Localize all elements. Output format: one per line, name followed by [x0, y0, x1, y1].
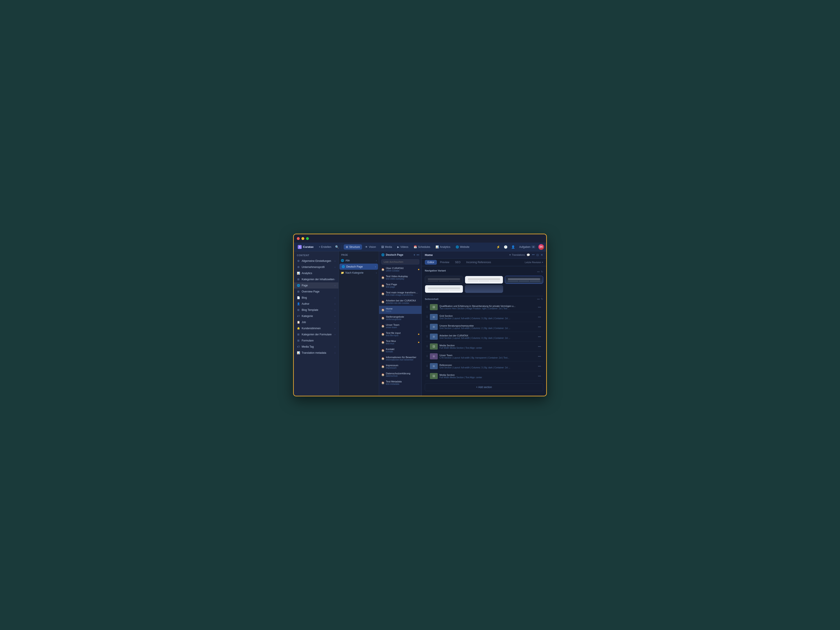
tab-analytics[interactable]: 📊 Analytics: [433, 244, 453, 249]
tab-schedules[interactable]: 📅 Schedules: [412, 244, 433, 249]
table-row[interactable]: ⠿ 🖼 Media Section Full Width Media Secti…: [425, 342, 543, 352]
sidebar-item-formulare[interactable]: ⊞ Formulare: [294, 338, 338, 344]
sidebar-item-page[interactable]: 🌐 Page ›: [294, 283, 338, 289]
table-row[interactable]: ⠿ 🖼 Qualifikation und Erfahrung in Steue…: [425, 302, 543, 312]
variant-transparent-light[interactable]: Transparent on Light: [425, 285, 463, 293]
sidebar-item-unternehmensprofil[interactable]: ⚙ Unternehmensprofil ›: [294, 264, 338, 270]
panel-item-nach-kategorie[interactable]: 📁 Nach Kategorie ›: [339, 270, 379, 276]
list-item[interactable]: 🏠 Unser Team unser-team: [379, 322, 422, 330]
list-item[interactable]: 🏠 Über CURATAX ueber-curatax: [379, 265, 422, 273]
lightning-button[interactable]: ⚡: [495, 244, 501, 250]
variant-transparent-dark[interactable]: Transparent on Dark: [505, 276, 543, 284]
tab-website[interactable]: 🌐 Website: [453, 244, 472, 249]
help-button[interactable]: 👤: [510, 244, 516, 250]
table-row[interactable]: ⠿ 🖼 Media Section Full Width Media Secti…: [425, 371, 543, 381]
more-item-button[interactable]: •••: [537, 344, 542, 349]
list-item[interactable]: 🏠 Impressum impressum: [379, 363, 422, 371]
refresh-content-button[interactable]: ↻: [541, 297, 543, 300]
drag-handle[interactable]: ⠿: [426, 325, 428, 328]
table-row[interactable]: ⠿ ⊞ Unser Team CTA Section | Layout: ful…: [425, 352, 543, 362]
comment-icon[interactable]: 💬: [527, 253, 530, 257]
create-button[interactable]: + Erstellen: [317, 245, 333, 249]
list-item[interactable]: 🏠 Test Mux test-mux: [379, 338, 422, 346]
more-item-button[interactable]: •••: [537, 305, 542, 309]
aufgaben-button[interactable]: Aufgaben ⊞: [518, 245, 537, 249]
sidebar-item-kategorien-formulare[interactable]: ⊞ Kategorien der Formulare ›: [294, 332, 338, 338]
add-page-button[interactable]: +: [414, 253, 415, 257]
tab-schedules-label: Schedules: [418, 245, 430, 248]
table-row[interactable]: ⠿ ⊞ Referenzen Grid Section | Layout: fu…: [425, 362, 543, 371]
drag-handle[interactable]: ⠿: [426, 335, 428, 338]
panel-item-alle[interactable]: 🌐 Alle ›: [339, 257, 379, 264]
list-item[interactable]: 🏠 Informationen für Bewerber information…: [379, 354, 422, 363]
list-item[interactable]: 🏠 Test Metadata test-metadata: [379, 379, 422, 387]
maximize-button[interactable]: [306, 237, 309, 240]
table-row[interactable]: ⠿ ⊞ Unsere Beratungsschwerpunkte Grid Se…: [425, 322, 543, 332]
drag-handle[interactable]: ⠿: [426, 316, 428, 319]
add-section-button[interactable]: + Add section: [425, 383, 543, 391]
list-item[interactable]: 🏠 Test Video Autoplay test-video-autopla…: [379, 273, 422, 281]
tab-structure[interactable]: ⊞ Structure: [344, 244, 362, 249]
panel-item-deutsch-page[interactable]: 🌐 Deutsch Page ›: [339, 264, 378, 270]
more-variant-button[interactable]: •••: [537, 270, 540, 273]
revision-selector[interactable]: Letzte Revision ▾: [525, 261, 543, 264]
list-item[interactable]: 🏠 Kontakt kontakt: [379, 346, 422, 354]
sidebar-item-analytics[interactable]: 📊 Analytics: [294, 270, 338, 276]
variant-solid-light[interactable]: Solid (Light): [465, 276, 503, 284]
list-item[interactable]: 🏠 Stellenangebote stellenangebote: [379, 314, 422, 322]
tab-editor[interactable]: Editor: [425, 260, 437, 265]
minimize-button[interactable]: [302, 237, 304, 240]
variant-hidden[interactable]: Hidden: [465, 285, 503, 293]
translations-button[interactable]: ✦ Translations: [509, 254, 525, 256]
list-item[interactable]: 🏠 Arbeiten bei der CURATAX arbeiten-bei-…: [379, 298, 422, 306]
expand-icon[interactable]: ⊡: [536, 253, 539, 257]
tab-preview[interactable]: Preview: [437, 260, 452, 265]
sidebar-item-overview-page[interactable]: ⊞ Overview Page: [294, 289, 338, 295]
sidebar-item-media-tag[interactable]: 🏷 Media Tag ›: [294, 344, 338, 350]
tab-incoming-references[interactable]: Incoming References: [464, 260, 494, 265]
more-content-button[interactable]: •••: [537, 298, 540, 300]
more-pages-button[interactable]: •••: [417, 253, 419, 256]
more-icon[interactable]: •••: [532, 253, 535, 256]
list-item[interactable]: 🏠 Test main image transformat... test-ma…: [379, 290, 422, 298]
tab-seo[interactable]: SEO: [452, 260, 463, 265]
table-row[interactable]: ⠿ ⊞ Grid Section Grid Section | Layout: …: [425, 312, 543, 322]
brand[interactable]: Λ Curatax: [296, 245, 315, 249]
more-item-button[interactable]: •••: [537, 315, 542, 319]
more-item-button[interactable]: •••: [537, 354, 542, 358]
user-avatar[interactable]: DS: [538, 244, 544, 250]
drag-handle[interactable]: ⠿: [426, 345, 428, 348]
sidebar-item-translation-metadata[interactable]: 📊 Translation metadata ›: [294, 350, 338, 356]
table-row[interactable]: ⠿ ⊞ Arbeiten bei der CURATAX Grid Sectio…: [425, 332, 543, 342]
search-button[interactable]: 🔍: [334, 244, 340, 250]
sidebar-item-allgemeine-einstellungen[interactable]: ⚙ Allgemeine Einstellungen ›: [294, 258, 338, 264]
list-item[interactable]: 🏠 Test Page test-page: [379, 281, 422, 290]
tab-videos[interactable]: ▶ Videos: [395, 244, 411, 249]
list-item[interactable]: 🏠 Datenschutzerklärung datenschutz: [379, 371, 422, 379]
drag-handle[interactable]: ⠿: [426, 374, 428, 377]
close-button[interactable]: [297, 237, 300, 240]
sidebar-item-kategorie[interactable]: 🏷 Kategorie ›: [294, 313, 338, 319]
refresh-variant-button[interactable]: ↻: [541, 270, 543, 273]
tab-vision[interactable]: 👁 Vision: [363, 244, 378, 249]
sidebar-item-blog[interactable]: 📄 Blog ›: [294, 295, 338, 301]
tab-media[interactable]: 🖼 Media: [379, 244, 395, 249]
list-item[interactable]: 🏠 Test file input test-file-input: [379, 330, 422, 338]
more-item-button[interactable]: •••: [537, 325, 542, 329]
drag-handle[interactable]: ⠿: [426, 365, 428, 368]
search-input[interactable]: [381, 259, 419, 264]
sidebar-item-author[interactable]: 👤 Author ›: [294, 301, 338, 307]
clock-button[interactable]: 🕐: [503, 244, 509, 250]
more-item-button[interactable]: •••: [537, 364, 542, 368]
drag-handle[interactable]: ⠿: [426, 355, 428, 358]
more-item-button[interactable]: •••: [537, 335, 542, 339]
close-icon[interactable]: ✕: [540, 253, 543, 257]
sidebar-item-job[interactable]: 📋 Job ›: [294, 319, 338, 325]
sidebar-item-blog-template[interactable]: ⊞ Blog Template ›: [294, 307, 338, 313]
list-item[interactable]: 🏠 Home home: [379, 306, 422, 314]
sidebar-item-kategorien[interactable]: ⊞ Kategorien der Inhaltsseiten ›: [294, 276, 338, 283]
drag-handle[interactable]: ⠿: [426, 306, 428, 309]
variant-solid-dark[interactable]: Solid (Dark): [425, 276, 463, 284]
more-item-button[interactable]: •••: [537, 374, 542, 378]
sidebar-item-kundenstimmen[interactable]: ⭐ Kundenstimmen ›: [294, 325, 338, 332]
